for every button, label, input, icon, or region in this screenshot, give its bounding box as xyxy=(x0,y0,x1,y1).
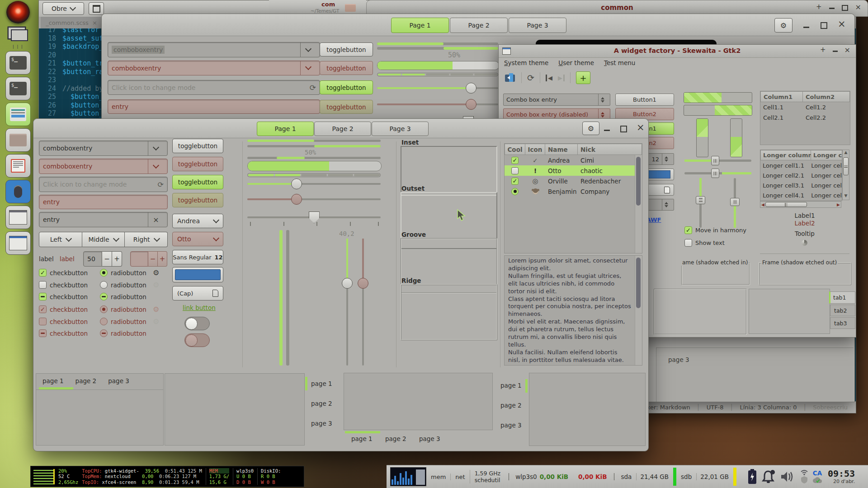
wf2-textview[interactable]: Lorem ipsum dolor sit amet, consectetur … xyxy=(504,255,642,366)
gtk2-hscale2[interactable] xyxy=(684,169,751,178)
radio-icon[interactable] xyxy=(100,281,108,289)
wf1-gear-button[interactable]: ⚙ xyxy=(774,18,793,33)
gtk2-check-showtext[interactable]: Show text xyxy=(684,239,725,247)
wf2-combo-andrea[interactable]: Andrea xyxy=(172,214,223,228)
editor-tab[interactable]: _common.scss × xyxy=(41,17,102,28)
scrollbar-thumb[interactable] xyxy=(636,157,641,206)
wf1-tab-page2[interactable]: Page 2 xyxy=(450,18,508,33)
slider-grip[interactable] xyxy=(730,198,740,206)
wf1-titlebar[interactable]: Page 1 Page 2 Page 3 ⚙ × xyxy=(102,14,854,36)
logout-door-icon[interactable] xyxy=(504,72,516,84)
vertical-scrollbar[interactable] xyxy=(635,256,642,365)
wf2-vscale-knob1[interactable] xyxy=(341,239,353,366)
scroll-up-icon[interactable]: ▲ xyxy=(843,150,849,156)
wf1-icon-entry[interactable]: Click icon to change mode ⟳ xyxy=(108,80,320,95)
window-app-launcher[interactable] xyxy=(5,231,31,255)
gtk2-vscale2[interactable] xyxy=(730,178,740,228)
slider-knob[interactable] xyxy=(291,178,302,189)
checkbutton-label[interactable]: checkbutton xyxy=(50,293,97,300)
terminal-launcher[interactable]: $▁ xyxy=(5,51,31,75)
stick-icon[interactable]: + xyxy=(820,47,826,54)
terminal-launcher[interactable]: $▁ xyxy=(5,77,31,100)
combo-right[interactable]: Right xyxy=(125,232,168,247)
freq-applet[interactable]: 1,59 GHz schedutil xyxy=(470,470,500,483)
gtk2-button1[interactable]: Button1 xyxy=(615,94,674,106)
gtk2-titlebar[interactable]: A widget factory - Skewaita - Gtk2 + × xyxy=(499,45,856,58)
gtk2-hscale1[interactable] xyxy=(684,156,751,165)
scroll-right-icon[interactable]: ▶ xyxy=(836,202,841,207)
scrollbar-thumb[interactable] xyxy=(765,202,807,207)
column-header[interactable]: Longer column1 xyxy=(763,152,816,159)
slider-grip[interactable] xyxy=(711,156,719,165)
spin-arrows[interactable] xyxy=(662,154,671,164)
nb-tab[interactable]: page 3 xyxy=(108,377,129,385)
tree-row[interactable]: ✓ ◎ OrvilleRedenbacher xyxy=(505,176,642,186)
maximize-icon[interactable] xyxy=(842,5,848,11)
statusbar-encoding[interactable]: UTF-8 xyxy=(707,404,724,411)
cloud-sync-icon[interactable] xyxy=(812,477,822,484)
wf2-spinbutton[interactable]: 50 − + xyxy=(83,251,122,267)
file-manager-launcher[interactable] xyxy=(5,128,31,152)
combo-left[interactable]: Left xyxy=(39,232,82,247)
wf2-hscale[interactable] xyxy=(247,178,381,190)
column-header[interactable]: Nick xyxy=(580,146,595,153)
wf2-entry-clear[interactable]: entry × xyxy=(39,212,168,227)
slider-grip[interactable] xyxy=(711,169,719,178)
wf2-togglebutton3[interactable]: togglebutton xyxy=(172,175,223,189)
wifi-tx[interactable]: 0,00 KiB xyxy=(573,473,607,480)
wf2-titlebar[interactable]: Page 1 Page 2 Page 3 ⚙ × xyxy=(33,119,648,138)
menu-system-theme[interactable]: System theme xyxy=(504,59,548,66)
wf1-tab-page1[interactable]: Page 1 xyxy=(391,18,449,33)
window-stack-icon[interactable] xyxy=(11,29,28,41)
nb-tab[interactable]: page 3 xyxy=(419,435,440,442)
checkbox-checked-icon[interactable]: ✓ xyxy=(684,226,692,234)
volume-icon[interactable] xyxy=(780,470,794,483)
combo-spin[interactable] xyxy=(662,199,671,210)
column-header[interactable]: Icon xyxy=(528,146,542,153)
gtk2-table1[interactable]: Column1 Column2 Cell1.1Cell1.2 Cell2.1Ce… xyxy=(760,91,850,145)
gear-icon[interactable]: ⚙ xyxy=(153,268,159,277)
radiobutton-label[interactable]: radiobutton xyxy=(111,293,150,300)
wifi-applet[interactable]: wlp3s0 0,00 KiB xyxy=(509,473,568,480)
vertical-scrollbar[interactable]: ▲ ▼ xyxy=(842,150,849,200)
column-header[interactable]: Cool xyxy=(507,146,522,153)
radiobutton-label[interactable]: radiobutton xyxy=(111,269,150,277)
nb-tab[interactable]: page 1 xyxy=(500,382,522,389)
combo-dropdown[interactable] xyxy=(300,42,316,57)
wf1-comboboxentry[interactable]: comboboxentry xyxy=(108,42,320,57)
table-row[interactable]: Longer cell4.1Longer cel xyxy=(760,190,842,200)
wf2-hscale-marks[interactable] xyxy=(247,211,381,229)
column-header[interactable]: Column2 xyxy=(806,94,835,100)
nb-tab[interactable]: page 2 xyxy=(75,377,97,385)
radio-mixed-icon[interactable] xyxy=(100,293,108,300)
dock-handle-icon[interactable]: ❘❘❘ xyxy=(12,44,25,49)
checkbox-mixed-icon[interactable] xyxy=(39,293,47,300)
app-menu-button[interactable]: Obre xyxy=(42,2,84,15)
nb-tab[interactable]: page 1 xyxy=(351,435,373,442)
close-icon[interactable]: × xyxy=(838,19,846,29)
refresh-icon[interactable]: ⟳ xyxy=(158,180,164,189)
restore-icon[interactable] xyxy=(821,22,827,29)
horizontal-scrollbar[interactable]: ◀ ▶ xyxy=(760,201,841,208)
vertical-scrollbar[interactable] xyxy=(635,155,642,253)
checkbox-checked-icon[interactable]: ✓ xyxy=(511,178,519,185)
tree-row[interactable]: ✓ ✓ AndreaCimi xyxy=(505,155,642,165)
window-app-launcher[interactable] xyxy=(5,206,31,229)
wf1-togglebutton1[interactable]: togglebutton xyxy=(320,42,373,56)
wf1-tab-page3[interactable]: Page 3 xyxy=(509,18,566,33)
switch-knob[interactable] xyxy=(185,318,198,330)
wifi-status-icon[interactable] xyxy=(801,470,808,475)
spin-plus-button[interactable]: + xyxy=(112,251,122,267)
notification-bell-icon[interactable] xyxy=(762,469,775,484)
radiobutton-label[interactable]: radiobutton xyxy=(111,282,150,289)
wf2-vscale-green[interactable] xyxy=(279,230,283,366)
scrollbar-thumb[interactable] xyxy=(843,157,849,175)
minimize-icon[interactable] xyxy=(833,51,838,52)
gtk2-combo-entry[interactable]: Combo box entry xyxy=(503,94,610,106)
wf2-tab-page2[interactable]: Page 2 xyxy=(314,122,371,136)
nb-tab[interactable]: page 2 xyxy=(500,402,522,409)
first-icon[interactable]: ◀ xyxy=(546,75,552,81)
checkbox-icon[interactable] xyxy=(39,281,47,289)
slider-grip[interactable] xyxy=(696,196,705,204)
wf1-scale[interactable] xyxy=(377,82,498,94)
